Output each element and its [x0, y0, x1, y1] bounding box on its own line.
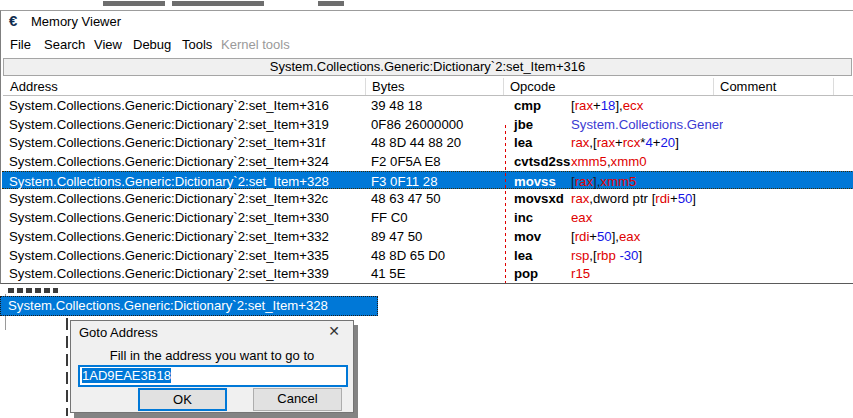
- ok-button[interactable]: OK: [138, 388, 227, 411]
- row-mnemonic: lea: [514, 135, 571, 150]
- row-operands: eax: [571, 210, 592, 225]
- disassembly-row[interactable]: System.Collections.Generic:Dictionary`2:…: [2, 189, 853, 208]
- column-header: AddressBytesOpcodeComment: [3, 77, 853, 96]
- row-bytes: F3 0F11 28: [371, 174, 437, 189]
- row-operands: rsp,[rbp -30]: [571, 248, 642, 263]
- row-mnemonic: movss: [514, 174, 571, 189]
- row-mnemonic: lea: [514, 248, 571, 263]
- row-address: System.Collections.Generic:Dictionary`2:…: [9, 266, 329, 281]
- row-operands: xmm5,xmm0: [571, 154, 646, 169]
- row-mnemonic: cvtsd2ss: [514, 154, 571, 169]
- row-address: System.Collections.Generic:Dictionary`2:…: [9, 210, 329, 225]
- row-operands: rax,dword ptr [rdi+50]: [571, 191, 696, 206]
- row-operands: [rax],xmm5: [571, 174, 636, 189]
- row-mnemonic: inc: [514, 210, 571, 225]
- column-separator: [833, 78, 834, 95]
- menu-item-search[interactable]: Search: [40, 35, 89, 54]
- disassembly-row[interactable]: System.Collections.Generic:Dictionary`2:…: [2, 227, 853, 246]
- disassembly-row[interactable]: System.Collections.Generic:Dictionary`2:…: [2, 96, 853, 115]
- row-bytes: FF C0: [371, 210, 408, 225]
- row-address: System.Collections.Generic:Dictionary`2:…: [9, 117, 329, 132]
- disassembly-row[interactable]: System.Collections.Generic:Dictionary`2:…: [2, 115, 853, 134]
- row-address: System.Collections.Generic:Dictionary`2:…: [9, 191, 328, 206]
- row-bytes: 48 63 47 50: [371, 191, 441, 206]
- disassembly-row[interactable]: System.Collections.Generic:Dictionary`2:…: [2, 152, 853, 171]
- background-window-fragment: [172, 1, 264, 6]
- row-mnemonic: movsxd: [514, 191, 571, 206]
- row-address: System.Collections.Generic:Dictionary`2:…: [9, 98, 329, 113]
- disassembly-row[interactable]: System.Collections.Generic:Dictionary`2:…: [2, 246, 853, 265]
- row-mnemonic: jbe: [514, 117, 571, 132]
- cheat-engine-icon: €: [9, 13, 24, 28]
- row-operands: System.Collections.Gener: [571, 117, 723, 132]
- row-operands: [rdi+50],eax: [571, 229, 640, 244]
- row-bytes: F2 0F5A E8: [371, 154, 441, 169]
- disassembly-row[interactable]: System.Collections.Generic:Dictionary`2:…: [2, 208, 853, 227]
- column-separator: [713, 78, 714, 95]
- row-operands: [rax+18],ecx: [571, 98, 643, 113]
- row-operands: r15: [571, 266, 590, 281]
- row-address: System.Collections.Generic:Dictionary`2:…: [9, 174, 329, 189]
- memory-viewer-window: € Memory Viewer FileSearchViewDebugTools…: [0, 10, 853, 284]
- menu-bar: FileSearchViewDebugToolsKernel tools: [1, 32, 853, 55]
- row-bytes: 39 48 18: [371, 98, 422, 113]
- close-icon[interactable]: ✕: [325, 323, 343, 339]
- row-address: System.Collections.Generic:Dictionary`2:…: [9, 154, 329, 169]
- column-header-address[interactable]: Address: [10, 79, 58, 94]
- row-operands: rax,[rax+rcx*4+20]: [571, 135, 679, 150]
- column-header-comment[interactable]: Comment: [720, 79, 776, 94]
- row-bytes: 0F86 26000000: [371, 117, 463, 132]
- row-bytes: 41 5E: [371, 266, 405, 281]
- dialog-prompt-label: Fill in the address you want to go to: [71, 348, 353, 363]
- menu-item-view[interactable]: View: [90, 35, 126, 54]
- cancel-button[interactable]: Cancel: [253, 388, 342, 411]
- address-input[interactable]: 1AD9EAE3B18: [78, 365, 348, 387]
- background-window-fragment: [318, 1, 344, 6]
- row-mnemonic: pop: [514, 266, 571, 281]
- row-bytes: 48 8D 44 88 20: [371, 135, 461, 150]
- jump-arrow-line: [505, 125, 506, 284]
- window-title: Memory Viewer: [31, 14, 121, 29]
- row-bytes: 89 47 50: [371, 229, 422, 244]
- column-header-opcode[interactable]: Opcode: [510, 79, 556, 94]
- row-mnemonic: cmp: [514, 98, 571, 113]
- row-address: System.Collections.Generic:Dictionary`2:…: [9, 229, 329, 244]
- background-window-fragment: [103, 1, 165, 6]
- goto-address-dialog: Goto Address ✕ Fill in the address you w…: [70, 320, 354, 413]
- menu-item-debug[interactable]: Debug: [129, 35, 175, 54]
- menu-item-tools[interactable]: Tools: [178, 35, 216, 54]
- clipped-row-fragment: [8, 288, 58, 293]
- title-bar: € Memory Viewer: [1, 11, 853, 32]
- row-address: System.Collections.Generic:Dictionary`2:…: [9, 135, 325, 150]
- selected-line-fragment[interactable]: System.Collections.Generic:Dictionary`2:…: [0, 296, 378, 316]
- disassembly-row[interactable]: System.Collections.Generic:Dictionary`2:…: [2, 171, 853, 190]
- screenshot-canvas: € Memory Viewer FileSearchViewDebugTools…: [0, 0, 853, 418]
- menu-item-kernel-tools: Kernel tools: [217, 35, 294, 54]
- row-mnemonic: mov: [514, 229, 571, 244]
- symbol-header-bar: System.Collections.Generic:Dictionary`2:…: [3, 58, 852, 76]
- column-separator: [503, 78, 504, 95]
- column-separator: [365, 78, 366, 95]
- disassembly-row[interactable]: System.Collections.Generic:Dictionary`2:…: [2, 133, 853, 152]
- menu-item-file[interactable]: File: [6, 35, 35, 54]
- row-bytes: 48 8D 65 D0: [371, 248, 445, 263]
- address-input-selected-text: 1AD9EAE3B18: [82, 368, 171, 383]
- fragment-dashed-border: [66, 318, 68, 416]
- dialog-title: Goto Address: [79, 325, 158, 340]
- row-address: System.Collections.Generic:Dictionary`2:…: [9, 248, 329, 263]
- disassembly-row[interactable]: System.Collections.Generic:Dictionary`2:…: [2, 264, 853, 283]
- column-header-bytes[interactable]: Bytes: [372, 79, 405, 94]
- disassembly-rows: System.Collections.Generic:Dictionary`2:…: [2, 96, 853, 284]
